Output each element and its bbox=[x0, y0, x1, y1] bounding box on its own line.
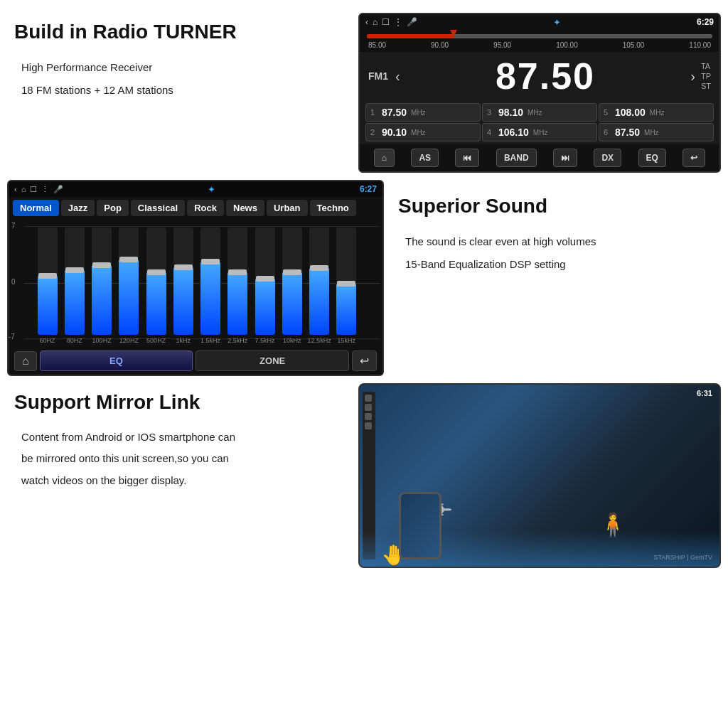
eq-band-60hz[interactable]: 60HZ bbox=[34, 228, 60, 344]
preset-freq-1: 87.50 bbox=[382, 107, 407, 118]
preset-unit-1: MHz bbox=[411, 109, 426, 117]
freq-needle bbox=[450, 30, 457, 37]
preset-4[interactable]: 4 106.10 MHz bbox=[482, 123, 597, 141]
sidebar-dot-4 bbox=[365, 422, 372, 429]
eq-bar-handle-500hz[interactable] bbox=[147, 269, 166, 275]
freq-slider-track[interactable] bbox=[367, 34, 712, 38]
eq-preset-jazz[interactable]: Jazz bbox=[61, 200, 95, 216]
radio-turner-desc: High Performance Receiver 18 FM stations… bbox=[21, 57, 351, 101]
freq-labels: 85.00 90.00 95.00 100.00 105.00 110.00 bbox=[367, 41, 712, 49]
phone-screen bbox=[401, 494, 439, 557]
eq-bar-handle-120hz[interactable] bbox=[119, 257, 138, 262]
radio-band-btn[interactable]: BAND bbox=[496, 149, 537, 167]
eq-bar-handle-10khz[interactable] bbox=[283, 269, 301, 275]
radio-freq-bar: 85.00 90.00 95.00 100.00 105.00 110.00 bbox=[360, 30, 719, 52]
eq-band-2p5khz[interactable]: 2.5kHz bbox=[225, 228, 251, 344]
eq-bar-track-120hz bbox=[119, 228, 139, 335]
eq-bar-handle-7p5khz[interactable] bbox=[256, 276, 274, 282]
eq-bar-handle-1khz[interactable] bbox=[174, 264, 193, 270]
eq-band-12p5khz[interactable]: 12.5kHz bbox=[306, 228, 333, 344]
eq-band-500hz[interactable]: 500HZ bbox=[143, 228, 169, 344]
sidebar-dot-3 bbox=[365, 413, 372, 420]
freq-slider-fill bbox=[367, 34, 454, 38]
eq-tab-button[interactable]: EQ bbox=[40, 350, 193, 371]
radio-desc-line2: 18 FM stations + 12 AM stations bbox=[21, 80, 351, 101]
preset-6[interactable]: 6 87.50 MHz bbox=[599, 123, 714, 141]
eq-bar-fill-2p5khz bbox=[228, 272, 247, 335]
radio-back-btn[interactable]: ↩ bbox=[682, 149, 705, 167]
eq-bar-fill-500hz bbox=[146, 272, 166, 335]
eq-label-7: 7 bbox=[11, 222, 16, 230]
eq-preset-classical[interactable]: Classical bbox=[131, 200, 185, 216]
eq-band-7p5khz[interactable]: 7.5kHz bbox=[252, 228, 278, 344]
radio-dx-btn[interactable]: DX bbox=[594, 149, 621, 167]
radio-turner-info: Build in Radio TURNER High Performance R… bbox=[14, 13, 351, 173]
freq-prev-btn[interactable]: ‹ bbox=[395, 68, 400, 85]
eq-bar-handle-80hz[interactable] bbox=[65, 267, 84, 273]
eq-bar-track-10khz bbox=[282, 228, 302, 335]
eq-home-button[interactable]: ⌂ bbox=[14, 351, 37, 371]
eq-bar-track-80hz bbox=[65, 228, 85, 335]
radio-as-btn[interactable]: AS bbox=[411, 149, 439, 167]
eq-bar-fill-15khz bbox=[336, 284, 356, 335]
radio-prev-btn[interactable]: ⏮ bbox=[455, 149, 479, 167]
eq-band-120hz[interactable]: 120HZ bbox=[116, 228, 142, 344]
radio-turner-title: Build in Radio TURNER bbox=[14, 20, 351, 44]
eq-bar-track-2p5khz bbox=[228, 228, 247, 335]
eq-band-15khz[interactable]: 15kHz bbox=[333, 228, 360, 344]
middle-section: ‹ ⌂ ☐ ⋮ 🎤 ✦ 6:27 Normal Jazz Pop Classic… bbox=[0, 180, 728, 383]
watermark: STARSHIP | GemTV bbox=[653, 554, 712, 561]
eq-bar-handle-60hz[interactable] bbox=[38, 273, 57, 279]
radio-next-btn[interactable]: ⏭ bbox=[553, 149, 577, 167]
eq-label-0: 0 bbox=[11, 278, 16, 286]
eq-back-button[interactable]: ↩ bbox=[352, 350, 377, 371]
eq-bar-handle-15khz[interactable] bbox=[337, 281, 355, 287]
main-frequency: 87.50 bbox=[400, 55, 691, 97]
preset-2[interactable]: 2 90.10 MHz bbox=[365, 123, 481, 141]
eq-freq-label-60hz: 60HZ bbox=[40, 337, 55, 344]
sidebar-dot-1 bbox=[365, 395, 372, 402]
radio-eq-btn[interactable]: EQ bbox=[638, 149, 666, 167]
eq-freq-label-120hz: 120HZ bbox=[119, 337, 139, 344]
eq-freq-label-15khz: 15kHz bbox=[338, 337, 356, 344]
eq-band-10khz[interactable]: 10kHz bbox=[279, 228, 305, 344]
eq-back-icon: ‹ bbox=[14, 185, 17, 193]
back-icon: ‹ bbox=[365, 17, 368, 27]
eq-zone-button[interactable]: ZONE bbox=[196, 350, 349, 371]
preset-unit-4: MHz bbox=[533, 129, 548, 136]
eq-freq-label-7p5khz: 7.5kHz bbox=[255, 337, 275, 344]
mirror-time: 6:31 bbox=[697, 389, 712, 397]
preset-3[interactable]: 3 98.10 MHz bbox=[482, 103, 597, 122]
eq-bar-handle-2p5khz[interactable] bbox=[228, 269, 247, 275]
preset-5[interactable]: 5 108.00 MHz bbox=[599, 103, 714, 122]
eq-bar-handle-1p5khz[interactable] bbox=[201, 259, 220, 264]
radio-presets: 1 87.50 MHz 3 98.10 MHz 5 108.00 MHz 2 9… bbox=[360, 100, 719, 144]
eq-screen: ‹ ⌂ ☐ ⋮ 🎤 ✦ 6:27 Normal Jazz Pop Classic… bbox=[7, 180, 384, 376]
eq-bar-fill-7p5khz bbox=[255, 279, 275, 335]
superior-sound-title: Superior Sound bbox=[398, 194, 721, 218]
eq-bar-handle-100hz[interactable] bbox=[92, 262, 111, 268]
freq-label-2: 90.00 bbox=[431, 41, 449, 49]
eq-home-icon: ⌂ bbox=[21, 185, 26, 193]
eq-band-100hz[interactable]: 100HZ bbox=[89, 228, 115, 344]
eq-freq-label-100hz: 100HZ bbox=[92, 337, 112, 344]
st-flag: ST bbox=[701, 82, 711, 90]
eq-preset-normal[interactable]: Normal bbox=[13, 200, 59, 216]
eq-preset-news[interactable]: News bbox=[226, 200, 264, 216]
preset-1[interactable]: 1 87.50 MHz bbox=[365, 103, 481, 122]
eq-preset-techno[interactable]: Techno bbox=[310, 200, 356, 216]
eq-freq-label-12p5khz: 12.5kHz bbox=[308, 337, 331, 344]
eq-screen-wrap: ‹ ⌂ ☐ ⋮ 🎤 ✦ 6:27 Normal Jazz Pop Classic… bbox=[7, 180, 384, 376]
eq-band-1khz[interactable]: 1kHz bbox=[170, 228, 196, 344]
radio-home-btn[interactable]: ⌂ bbox=[374, 149, 395, 167]
freq-next-btn[interactable]: › bbox=[690, 68, 695, 85]
eq-bottom-controls: ⌂ EQ ZONE ↩ bbox=[9, 347, 382, 375]
eq-preset-rock[interactable]: Rock bbox=[187, 200, 224, 216]
eq-preset-urban[interactable]: Urban bbox=[267, 200, 308, 216]
eq-bar-track-15khz bbox=[336, 228, 356, 335]
eq-band-1p5khz[interactable]: 1.5kHz bbox=[198, 228, 224, 344]
eq-preset-pop[interactable]: Pop bbox=[97, 200, 129, 216]
phone-frame bbox=[399, 492, 441, 560]
eq-band-80hz[interactable]: 80HZ bbox=[61, 228, 87, 344]
eq-bar-handle-12p5khz[interactable] bbox=[310, 265, 328, 271]
